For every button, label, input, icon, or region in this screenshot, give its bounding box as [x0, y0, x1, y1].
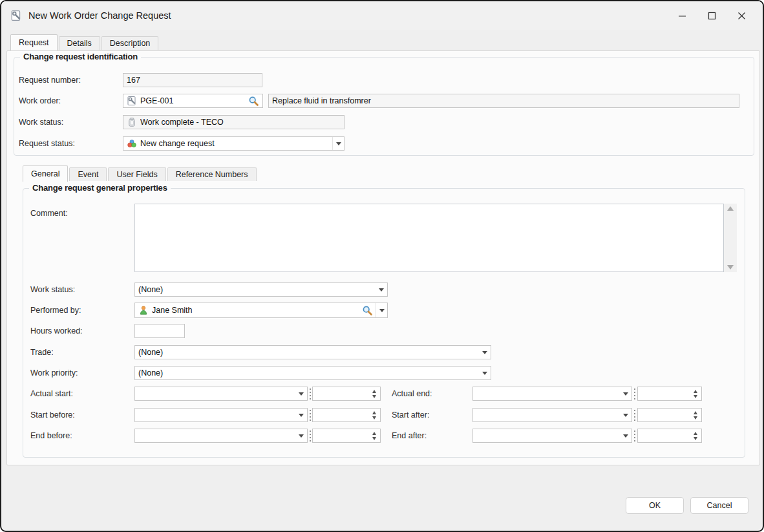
- comment-scrollbar[interactable]: [724, 204, 737, 272]
- close-button[interactable]: [727, 5, 756, 27]
- spin-up-icon: [694, 390, 697, 393]
- tab-reference-numbers[interactable]: Reference Numbers: [167, 167, 257, 181]
- inner-tab-strip: General Event User Fields Reference Numb…: [23, 165, 258, 181]
- work-priority-select[interactable]: (None): [134, 366, 491, 380]
- work-order-lookup-field[interactable]: PGE-001: [123, 94, 263, 108]
- start-after-date-select[interactable]: [472, 408, 632, 422]
- request-number-field[interactable]: 167: [123, 73, 262, 87]
- performed-by-value: Jane Smith: [152, 306, 359, 315]
- comment-label: Comment:: [30, 206, 68, 220]
- comment-textarea[interactable]: [134, 204, 724, 272]
- maximize-icon: [708, 12, 716, 20]
- search-icon[interactable]: [362, 305, 373, 316]
- main-tab-strip: Request Details Description: [10, 34, 160, 50]
- actual-end-time-spinner[interactable]: [637, 387, 702, 401]
- scroll-up-icon[interactable]: [727, 206, 734, 211]
- actual-start-time-spinner[interactable]: [312, 387, 381, 401]
- performed-by-dropdown-button[interactable]: [376, 303, 387, 317]
- chevron-down-icon: [623, 434, 628, 438]
- end-after-date-select[interactable]: [472, 429, 632, 443]
- work-order-value: PGE-001: [140, 96, 246, 105]
- hours-worked-input[interactable]: [134, 324, 185, 338]
- tab-description-label: Description: [110, 39, 151, 48]
- spin-up-icon: [694, 411, 697, 414]
- end-after-time-spinner[interactable]: [637, 429, 702, 443]
- chevron-down-icon: [623, 414, 628, 417]
- close-icon: [737, 12, 746, 20]
- end-before-time-spinner[interactable]: [312, 429, 381, 443]
- work-order-description-field: Replace fluid in transfomrer: [268, 94, 739, 108]
- work-status-value: Work complete - TECO: [140, 118, 341, 127]
- group-title: Change request identification: [20, 52, 141, 61]
- spin-up-icon: [372, 411, 376, 414]
- status-balls-icon: [127, 138, 137, 149]
- window-title: New Work Order Change Request: [28, 10, 171, 21]
- end-before-date-select[interactable]: [134, 429, 308, 443]
- tab-user-fields[interactable]: User Fields: [108, 167, 165, 181]
- request-number-label: Request number:: [19, 73, 81, 87]
- work-status-label: Work status:: [19, 115, 63, 129]
- spin-down-icon: [694, 437, 697, 440]
- tab-description[interactable]: Description: [101, 36, 159, 50]
- general-work-status-label: Work status:: [30, 282, 75, 297]
- trade-label: Trade:: [30, 345, 54, 359]
- start-after-time-spinner[interactable]: [637, 408, 702, 422]
- spinner-buttons[interactable]: [690, 387, 701, 400]
- start-before-time-spinner[interactable]: [312, 408, 381, 422]
- spin-down-icon: [372, 416, 376, 420]
- ok-button[interactable]: OK: [626, 497, 684, 514]
- maximize-button[interactable]: [697, 5, 727, 27]
- tab-user-fields-label: User Fields: [116, 170, 157, 179]
- tab-general[interactable]: General: [23, 165, 68, 182]
- actual-end-label: Actual end:: [392, 387, 432, 401]
- performed-by-lookup-select[interactable]: Jane Smith: [134, 303, 388, 318]
- spinner-buttons[interactable]: [690, 409, 701, 421]
- work-order-description-value: Replace fluid in transfomrer: [272, 96, 736, 105]
- tab-event[interactable]: Event: [69, 167, 107, 181]
- actual-end-date-select[interactable]: [472, 387, 632, 401]
- chevron-down-icon: [299, 434, 304, 438]
- titlebar: New Work Order Change Request: [1, 1, 763, 30]
- end-after-label: End after:: [392, 429, 427, 443]
- chevron-down-icon: [623, 392, 628, 396]
- trade-value: (None): [138, 348, 478, 357]
- search-icon[interactable]: [248, 96, 259, 107]
- spin-up-icon: [372, 390, 376, 393]
- chevron-down-icon: [379, 288, 384, 292]
- spinner-buttons[interactable]: [369, 409, 379, 421]
- request-number-value: 167: [127, 76, 259, 85]
- chevron-down-icon: [482, 372, 487, 375]
- tab-event-label: Event: [78, 170, 98, 179]
- scroll-down-icon[interactable]: [727, 265, 734, 270]
- spinner-buttons[interactable]: [369, 387, 379, 400]
- tab-request[interactable]: Request: [10, 34, 58, 50]
- tab-request-label: Request: [19, 38, 49, 47]
- tab-reference-numbers-label: Reference Numbers: [176, 170, 248, 179]
- request-status-value: New change request: [140, 139, 330, 148]
- cancel-button[interactable]: Cancel: [690, 497, 748, 514]
- request-status-select[interactable]: New change request: [123, 136, 345, 151]
- spin-down-icon: [372, 395, 376, 398]
- start-after-label: Start after:: [392, 408, 429, 422]
- performed-by-label: Performed by:: [30, 303, 81, 317]
- tab-details[interactable]: Details: [59, 36, 100, 50]
- hours-worked-label: Hours worked:: [30, 324, 83, 338]
- start-before-label: Start before:: [30, 408, 75, 422]
- minimize-icon: [678, 12, 686, 20]
- trade-select[interactable]: (None): [134, 345, 491, 359]
- general-work-status-select[interactable]: (None): [134, 282, 388, 297]
- spin-down-icon: [372, 437, 376, 440]
- request-tab-page: Change request identification Request nu…: [6, 50, 760, 465]
- spinner-buttons[interactable]: [690, 429, 701, 442]
- request-status-dropdown-button[interactable]: [332, 137, 344, 150]
- work-status-field: Work complete - TECO: [123, 115, 345, 129]
- minimize-button[interactable]: [667, 5, 697, 27]
- tab-general-label: General: [31, 169, 59, 178]
- work-order-label: Work order:: [19, 94, 61, 108]
- start-before-date-select[interactable]: [134, 408, 308, 422]
- work-order-icon: [127, 96, 137, 106]
- actual-start-date-select[interactable]: [134, 387, 308, 401]
- spinner-buttons[interactable]: [369, 429, 379, 442]
- work-priority-value: (None): [138, 368, 478, 378]
- spin-up-icon: [372, 432, 376, 435]
